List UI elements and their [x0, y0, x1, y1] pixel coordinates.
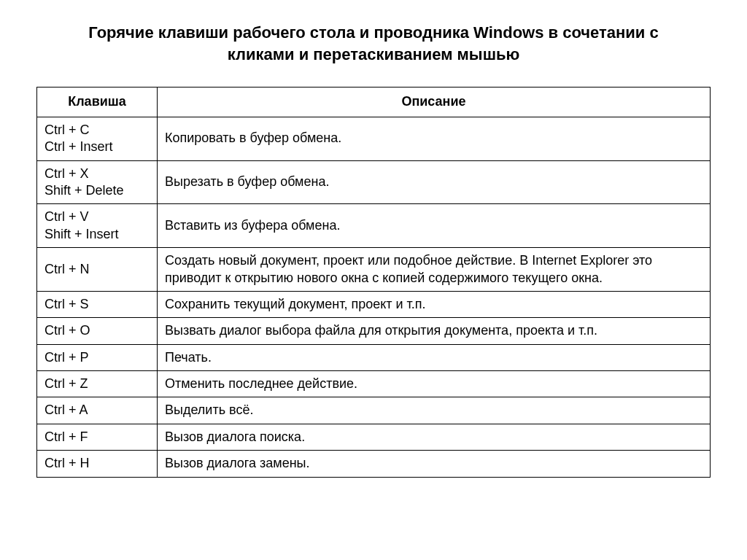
cell-key: Ctrl + P — [37, 344, 158, 370]
cell-key: Ctrl + S — [37, 291, 158, 317]
table-header-row: Клавиша Описание — [37, 88, 711, 117]
table-row: Ctrl + N Создать новый документ, проект … — [37, 248, 711, 292]
cell-desc: Вырезать в буфер обмена. — [158, 160, 711, 204]
table-row: Ctrl + V Shift + Insert Вставить из буфе… — [37, 204, 711, 248]
cell-desc: Выделить всё. — [158, 397, 711, 424]
cell-desc: Сохранить текущий документ, проект и т.п… — [158, 291, 711, 317]
cell-key: Ctrl + V Shift + Insert — [37, 204, 158, 248]
cell-desc: Печать. — [158, 344, 711, 370]
header-desc: Описание — [158, 88, 711, 117]
table-row: Ctrl + S Сохранить текущий документ, про… — [37, 291, 711, 317]
table-row: Ctrl + F Вызов диалога поиска. — [37, 424, 711, 450]
table-row: Ctrl + A Выделить всё. — [37, 397, 711, 424]
cell-desc: Отменить последнее действие. — [158, 371, 711, 397]
cell-desc: Вставить из буфера обмена. — [158, 204, 711, 248]
header-key: Клавиша — [37, 88, 158, 117]
cell-key: Ctrl + O — [37, 318, 158, 344]
table-row: Ctrl + H Вызов диалога замены. — [37, 451, 711, 477]
cell-desc: Вызов диалога замены. — [158, 451, 711, 477]
cell-key: Ctrl + A — [37, 397, 158, 424]
cell-desc: Вызов диалога поиска. — [158, 424, 711, 450]
cell-key: Ctrl + C Ctrl + Insert — [37, 117, 158, 160]
cell-desc: Создать новый документ, проект или подоб… — [158, 248, 711, 292]
shortcuts-table: Клавиша Описание Ctrl + C Ctrl + Insert … — [36, 87, 711, 477]
table-row: Ctrl + P Печать. — [37, 344, 711, 370]
cell-key: Ctrl + X Shift + Delete — [37, 160, 158, 204]
cell-key: Ctrl + H — [37, 451, 158, 477]
cell-desc: Вызвать диалог выбора файла для открытия… — [158, 318, 711, 344]
cell-key: Ctrl + F — [37, 424, 158, 450]
table-row: Ctrl + O Вызвать диалог выбора файла для… — [37, 318, 711, 344]
table-row: Ctrl + C Ctrl + Insert Копировать в буфе… — [37, 117, 711, 160]
table-row: Ctrl + X Shift + Delete Вырезать в буфер… — [37, 160, 711, 204]
table-row: Ctrl + Z Отменить последнее действие. — [37, 371, 711, 397]
cell-key: Ctrl + N — [37, 248, 158, 292]
cell-desc: Копировать в буфер обмена. — [158, 117, 711, 160]
cell-key: Ctrl + Z — [37, 371, 158, 397]
page-title: Горячие клавиши рабочего стола и проводн… — [36, 22, 711, 65]
